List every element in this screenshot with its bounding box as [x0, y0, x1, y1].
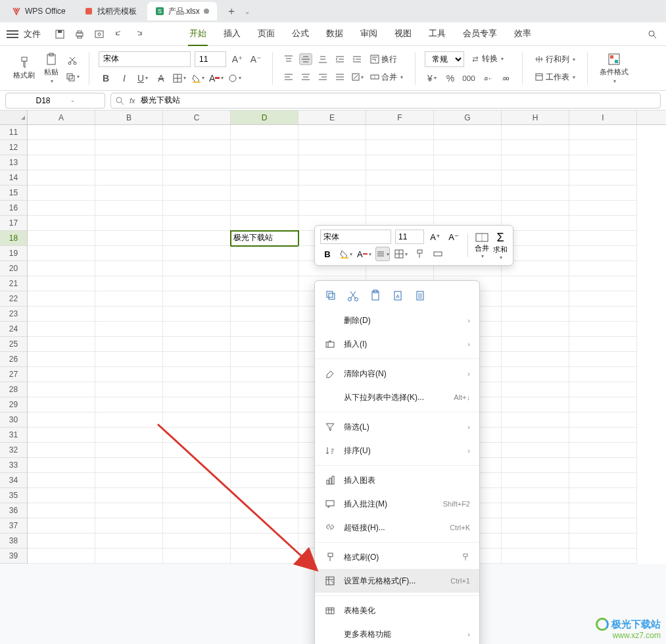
cell[interactable]	[28, 276, 95, 291]
col-header[interactable]: A	[28, 111, 95, 124]
cell[interactable]	[95, 458, 163, 473]
row-header[interactable]: 25	[0, 337, 27, 352]
cell[interactable]	[569, 216, 637, 231]
cell[interactable]	[231, 397, 298, 412]
cell[interactable]	[502, 488, 569, 503]
cell[interactable]	[366, 170, 434, 186]
cell[interactable]	[95, 549, 163, 564]
mini-fill-color-icon[interactable]: ▾	[339, 247, 353, 261]
ctx-paste-icon[interactable]	[369, 289, 382, 302]
ctx-more-funcs[interactable]: 更多表格功能›	[315, 622, 479, 644]
cell[interactable]	[502, 382, 569, 397]
cell[interactable]	[569, 533, 637, 549]
cell[interactable]	[502, 473, 569, 488]
row-header[interactable]: 16	[0, 201, 27, 216]
cell[interactable]	[231, 443, 298, 458]
cell[interactable]	[569, 503, 637, 518]
worksheet-button[interactable]: 工作表▾	[532, 70, 578, 84]
underline-icon[interactable]: U▾	[135, 71, 150, 86]
cell[interactable]	[502, 307, 569, 322]
cell[interactable]	[95, 473, 163, 488]
align-right-icon[interactable]	[316, 71, 329, 83]
col-header[interactable]: C	[163, 111, 231, 124]
col-header[interactable]: H	[502, 111, 569, 124]
mini-format-painter-icon[interactable]	[412, 247, 427, 261]
col-header[interactable]: F	[366, 111, 434, 124]
col-header[interactable]: G	[434, 111, 502, 124]
ctx-delete[interactable]: 删除(D)›	[315, 309, 479, 332]
tab-member[interactable]: 会员专享	[462, 22, 498, 46]
cell[interactable]	[298, 201, 366, 216]
cell[interactable]	[231, 201, 298, 216]
select-all-corner[interactable]	[0, 111, 28, 124]
row-header[interactable]: 11	[0, 125, 27, 140]
cell[interactable]	[231, 261, 298, 276]
currency-icon[interactable]: ¥▾	[425, 71, 439, 86]
cell[interactable]	[231, 276, 298, 291]
cell[interactable]	[28, 322, 95, 337]
cell[interactable]	[569, 473, 637, 488]
font-size-select[interactable]	[195, 51, 226, 67]
row-header[interactable]: 37	[0, 518, 27, 533]
font-color-icon[interactable]: A▾	[209, 71, 224, 86]
cell[interactable]	[231, 155, 298, 170]
cell[interactable]	[569, 231, 637, 246]
tab-template[interactable]: 找稻壳模板	[76, 2, 145, 20]
format-painter-button[interactable]: 格式刷	[11, 55, 37, 82]
cell[interactable]	[163, 337, 231, 352]
ctx-format-painter[interactable]: 格式刷(O)	[315, 545, 479, 569]
cell[interactable]	[569, 186, 637, 201]
cell[interactable]	[95, 443, 163, 458]
cell[interactable]	[502, 428, 569, 443]
row-header[interactable]: 35	[0, 488, 27, 503]
ctx-beautify[interactable]: 表格美化	[315, 599, 479, 622]
cell[interactable]	[569, 201, 637, 216]
ctx-paste-text-icon[interactable]: A	[391, 289, 404, 302]
zoom-icon[interactable]	[115, 96, 124, 105]
col-header-active[interactable]: D	[231, 111, 298, 124]
fx-icon[interactable]: fx	[130, 97, 135, 105]
cell[interactable]	[366, 201, 434, 216]
tab-efficiency[interactable]: 效率	[513, 22, 533, 46]
cell[interactable]	[502, 186, 569, 201]
cell[interactable]	[231, 367, 298, 382]
row-header[interactable]: 24	[0, 322, 27, 337]
file-menu[interactable]: 文件	[24, 28, 41, 40]
cell[interactable]	[502, 503, 569, 518]
cell[interactable]	[163, 186, 231, 201]
cell[interactable]	[28, 261, 95, 276]
row-header[interactable]: 17	[0, 216, 27, 231]
cell[interactable]	[298, 155, 366, 170]
cell[interactable]	[569, 322, 637, 337]
cell[interactable]	[231, 291, 298, 307]
cell[interactable]	[434, 155, 502, 170]
cell[interactable]	[95, 246, 163, 261]
cell[interactable]	[28, 140, 95, 155]
row-header[interactable]: 29	[0, 397, 27, 412]
cell[interactable]	[502, 140, 569, 155]
align-top-icon[interactable]	[282, 53, 295, 65]
tab-overflow-chevron[interactable]: ⌄	[245, 8, 250, 15]
tab-start[interactable]: 开始	[188, 22, 208, 46]
cell[interactable]	[569, 170, 637, 186]
cell[interactable]	[28, 458, 95, 473]
tab-file-active[interactable]: S 产品.xlsx	[147, 2, 217, 20]
decrease-font-icon[interactable]: A⁻	[249, 52, 263, 66]
conditional-format-button[interactable]: 条件格式▾	[597, 51, 631, 86]
cell[interactable]	[28, 549, 95, 564]
cell[interactable]	[28, 382, 95, 397]
cell[interactable]	[95, 488, 163, 503]
cell[interactable]	[502, 443, 569, 458]
cell[interactable]	[28, 473, 95, 488]
cell[interactable]	[28, 186, 95, 201]
cell[interactable]	[231, 533, 298, 549]
cell[interactable]	[569, 382, 637, 397]
cell[interactable]	[231, 352, 298, 367]
cell[interactable]	[569, 125, 637, 140]
cell[interactable]	[28, 352, 95, 367]
cell[interactable]	[163, 367, 231, 382]
mini-bold-icon[interactable]: B	[320, 247, 335, 261]
cell[interactable]	[231, 216, 298, 231]
cell[interactable]	[163, 216, 231, 231]
cell[interactable]	[28, 216, 95, 231]
